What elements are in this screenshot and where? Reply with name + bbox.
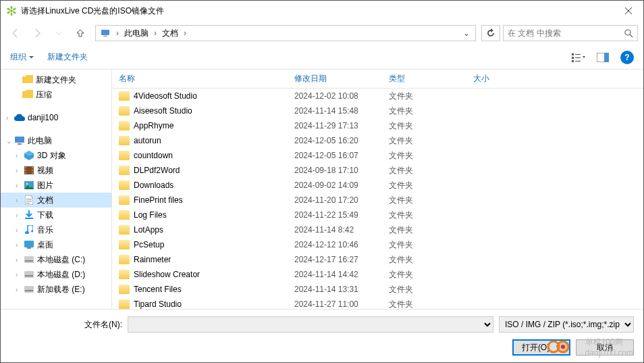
close-button[interactable] (613, 1, 643, 21)
file-row[interactable]: DLPdf2Word2024-09-18 17:10文件夹 (112, 163, 643, 178)
onedrive-icon (14, 112, 25, 123)
tree-label: 下载 (37, 210, 53, 221)
forward-button[interactable] (28, 25, 47, 41)
file-row[interactable]: autorun2024-12-05 16:20文件夹 (112, 133, 643, 148)
back-button[interactable] (6, 25, 25, 41)
tree-local-c[interactable]: › 本地磁盘 (C:) (1, 252, 111, 267)
col-size[interactable]: 大小 (466, 73, 520, 84)
drive-icon (24, 269, 34, 280)
file-row[interactable]: AppRhyme2024-11-29 17:13文件夹 (112, 118, 643, 133)
svg-rect-8 (103, 36, 107, 37)
svg-point-5 (7, 11, 11, 14)
folder-icon (119, 180, 130, 190)
open-label: 打开(O) (522, 342, 549, 354)
tree-new-folder[interactable]: 新建文件夹 (1, 72, 111, 87)
file-row[interactable]: Tencent Files2024-11-14 13:31文件夹 (112, 282, 643, 297)
file-row[interactable]: Aiseesoft Studio2024-11-14 15:48文件夹 (112, 103, 643, 118)
breadcrumb[interactable]: › 此电脑 › 文档 › ⌄ (95, 25, 476, 41)
toolbar: 组织 新建文件夹 ? (1, 45, 643, 70)
chevron-right-icon: › (151, 28, 159, 38)
dropdown-icon: ▼ (555, 344, 561, 351)
tree-label: 新建文件夹 (36, 74, 76, 86)
tree-label: 桌面 (37, 239, 53, 251)
file-name: FinePrint files (134, 195, 183, 205)
svg-point-6 (7, 7, 11, 11)
svg-rect-44 (25, 290, 33, 291)
help-button[interactable]: ? (620, 51, 634, 64)
svg-rect-43 (24, 286, 34, 293)
col-modified[interactable]: 修改日期 (288, 73, 382, 84)
file-name: Rainmeter (134, 255, 171, 264)
path-dropdown[interactable]: ⌄ (459, 28, 474, 38)
file-row[interactable]: Log Files2024-11-22 15:49文件夹 (112, 208, 643, 222)
tree-compressed[interactable]: 压缩 (1, 87, 111, 102)
file-row[interactable]: 4Videosoft Studio2024-12-02 10:08文件夹 (112, 89, 643, 103)
view-options-button[interactable] (568, 49, 589, 66)
file-rows: 4Videosoft Studio2024-12-02 10:08文件夹Aise… (112, 89, 643, 309)
tree-local-d[interactable]: › 本地磁盘 (D:) (1, 267, 111, 282)
search-box[interactable] (503, 25, 638, 41)
app-icon (6, 5, 17, 16)
tree-pictures[interactable]: › 图片 (1, 178, 111, 193)
tree-label: 图片 (37, 180, 53, 191)
organize-label: 组织 (10, 51, 26, 63)
svg-point-0 (10, 9, 13, 12)
tree-desktop[interactable]: › 桌面 (1, 237, 111, 252)
tree-downloads[interactable]: › 下载 (1, 208, 111, 222)
file-date: 2024-11-27 11:00 (288, 299, 382, 309)
organize-menu[interactable]: 组织 (10, 51, 34, 63)
window-title: 请选择LinuxLive CD光盘的ISO镜像文件 (21, 5, 613, 17)
file-name: Downloads (134, 180, 173, 190)
tree-documents[interactable]: › 文档 (1, 193, 111, 208)
svg-point-9 (625, 30, 630, 35)
file-date: 2024-12-05 16:07 (288, 151, 382, 160)
refresh-button[interactable] (481, 25, 500, 41)
file-type-filter[interactable]: ISO / IMG / ZIP (*.iso;*.img;*.zip) (499, 316, 634, 333)
file-row[interactable]: Rainmeter2024-12-17 16:27文件夹 (112, 252, 643, 267)
file-row[interactable]: Slideshow Creator2024-11-14 14:42文件夹 (112, 267, 643, 282)
folder-icon (119, 285, 130, 294)
folder-icon (22, 89, 33, 100)
expand-icon[interactable]: › (6, 114, 14, 122)
file-row[interactable]: FinePrint files2024-11-20 17:20文件夹 (112, 193, 643, 208)
cancel-button[interactable]: 取消 (576, 339, 634, 356)
cube-icon (24, 150, 34, 161)
svg-rect-20 (18, 143, 22, 145)
col-type[interactable]: 类型 (382, 73, 466, 84)
tree-danji[interactable]: › danji100 (1, 110, 111, 125)
tree-music[interactable]: › 音乐 (1, 222, 111, 237)
file-row[interactable]: Tipard Studio2024-11-27 11:00文件夹 (112, 297, 643, 309)
preview-pane-button[interactable] (592, 49, 614, 66)
filename-input[interactable] (128, 316, 493, 333)
folder-icon (119, 121, 130, 130)
drive-icon (24, 284, 34, 295)
tree-this-pc[interactable]: ⌄ 此电脑 (1, 133, 111, 148)
file-row[interactable]: PcSetup2024-12-12 10:46文件夹 (112, 237, 643, 252)
tree-videos[interactable]: › 视频 (1, 163, 111, 178)
recent-dropdown[interactable] (49, 25, 68, 41)
crumb-documents[interactable]: 文档 (159, 26, 181, 41)
col-name[interactable]: 名称 (112, 73, 288, 84)
file-list: 名称 修改日期 类型 大小 4Videosoft Studio2024-12-0… (112, 70, 643, 309)
picture-icon (24, 180, 34, 191)
up-button[interactable] (71, 25, 90, 41)
file-type: 文件夹 (382, 180, 466, 191)
file-name: Log Files (134, 210, 167, 220)
file-row[interactable]: LotApps2024-11-14 8:42文件夹 (112, 222, 643, 237)
video-icon (24, 165, 34, 176)
tree-new-vol-e[interactable]: › 新加载卷 (E:) (1, 282, 111, 297)
file-name: Tencent Files (134, 285, 182, 294)
new-folder-button[interactable]: 新建文件夹 (47, 51, 88, 63)
svg-line-10 (630, 34, 633, 37)
collapse-icon[interactable]: ⌄ (6, 137, 14, 145)
tree-3d-objects[interactable]: › 3D 对象 (1, 148, 111, 163)
open-button[interactable]: 打开(O) ▼ (512, 339, 570, 356)
file-name: autorun (134, 136, 161, 145)
search-input[interactable] (508, 28, 624, 38)
tree-label: 视频 (37, 165, 53, 176)
file-row[interactable]: Downloads2024-09-02 14:09文件夹 (112, 178, 643, 193)
file-row[interactable]: countdown2024-12-05 16:07文件夹 (112, 148, 643, 163)
crumb-this-pc[interactable]: 此电脑 (122, 26, 151, 41)
search-icon[interactable] (624, 28, 633, 38)
file-name: Tipard Studio (134, 299, 182, 309)
